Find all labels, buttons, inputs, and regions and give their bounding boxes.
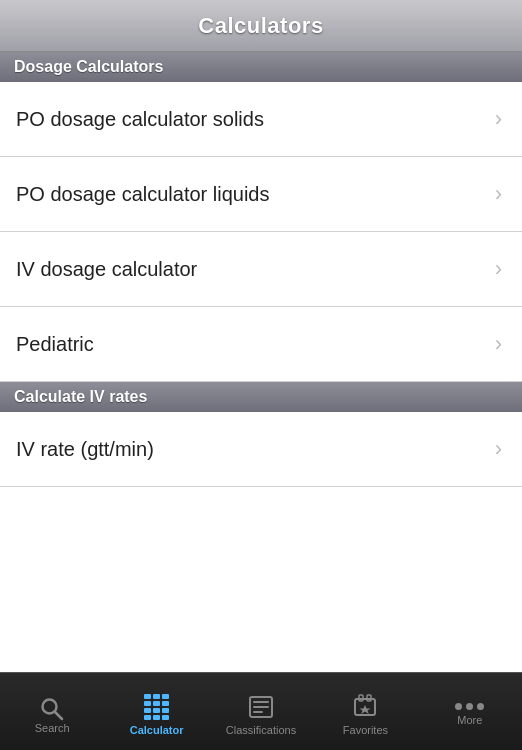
list-item-iv-rate-gtt-label: IV rate (gtt/min) bbox=[16, 438, 154, 461]
chevron-icon-iv-dosage: › bbox=[495, 256, 502, 282]
list-item-pediatric-label: Pediatric bbox=[16, 333, 94, 356]
classifications-icon bbox=[248, 694, 274, 720]
list-item-po-liquids[interactable]: PO dosage calculator liquids › bbox=[0, 157, 522, 232]
section-header-dosage-label: Dosage Calculators bbox=[14, 58, 163, 76]
calculator-icon bbox=[144, 694, 169, 720]
list-item-pediatric[interactable]: Pediatric › bbox=[0, 307, 522, 382]
chevron-icon-pediatric: › bbox=[495, 331, 502, 357]
tab-search-label: Search bbox=[35, 722, 70, 734]
search-icon bbox=[39, 696, 65, 722]
list-item-po-solids[interactable]: PO dosage calculator solids › bbox=[0, 82, 522, 157]
tab-classifications[interactable]: Classifications bbox=[209, 673, 313, 750]
tab-bar: Search Calculator Classifications bbox=[0, 672, 522, 750]
favorites-icon bbox=[352, 694, 378, 720]
tab-classifications-label: Classifications bbox=[226, 724, 296, 736]
chevron-icon-iv-rate-gtt: › bbox=[495, 436, 502, 462]
tab-search[interactable]: Search bbox=[0, 673, 104, 750]
tab-more-label: More bbox=[457, 714, 482, 726]
chevron-icon-po-solids: › bbox=[495, 106, 502, 132]
chevron-icon-po-liquids: › bbox=[495, 181, 502, 207]
more-icon bbox=[455, 703, 484, 710]
app-header: Calculators bbox=[0, 0, 522, 52]
tab-favorites[interactable]: Favorites bbox=[313, 673, 417, 750]
list-item-po-liquids-label: PO dosage calculator liquids bbox=[16, 183, 269, 206]
main-content: Dosage Calculators PO dosage calculator … bbox=[0, 52, 522, 672]
list-item-iv-dosage-label: IV dosage calculator bbox=[16, 258, 197, 281]
tab-favorites-label: Favorites bbox=[343, 724, 388, 736]
tab-more[interactable]: More bbox=[418, 673, 522, 750]
section-header-iv-rates: Calculate IV rates bbox=[0, 382, 522, 412]
list-item-iv-rate-gtt[interactable]: IV rate (gtt/min) › bbox=[0, 412, 522, 487]
list-item-iv-dosage[interactable]: IV dosage calculator › bbox=[0, 232, 522, 307]
page-title: Calculators bbox=[198, 13, 323, 39]
svg-line-1 bbox=[55, 712, 62, 719]
section-header-iv-rates-label: Calculate IV rates bbox=[14, 388, 147, 406]
tab-calculator[interactable]: Calculator bbox=[104, 673, 208, 750]
list-item-po-solids-label: PO dosage calculator solids bbox=[16, 108, 264, 131]
tab-calculator-label: Calculator bbox=[130, 724, 184, 736]
section-header-dosage: Dosage Calculators bbox=[0, 52, 522, 82]
